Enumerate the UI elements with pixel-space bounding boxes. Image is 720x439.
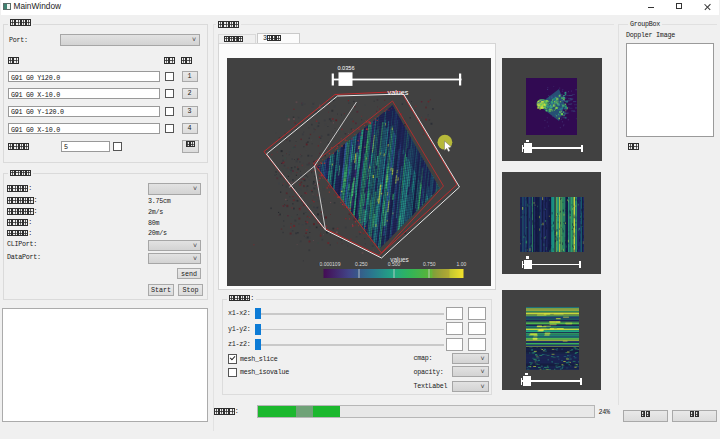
svg-text:0.0356: 0.0356 xyxy=(337,65,354,71)
svg-text:0.000109: 0.000109 xyxy=(319,261,340,267)
svg-text:0.750: 0.750 xyxy=(422,261,435,267)
svg-text:0.250: 0.250 xyxy=(355,261,368,267)
svg-text:values: values xyxy=(387,88,408,97)
svg-text:0.500: 0.500 xyxy=(387,261,400,267)
svg-text:1.00: 1.00 xyxy=(456,261,466,267)
